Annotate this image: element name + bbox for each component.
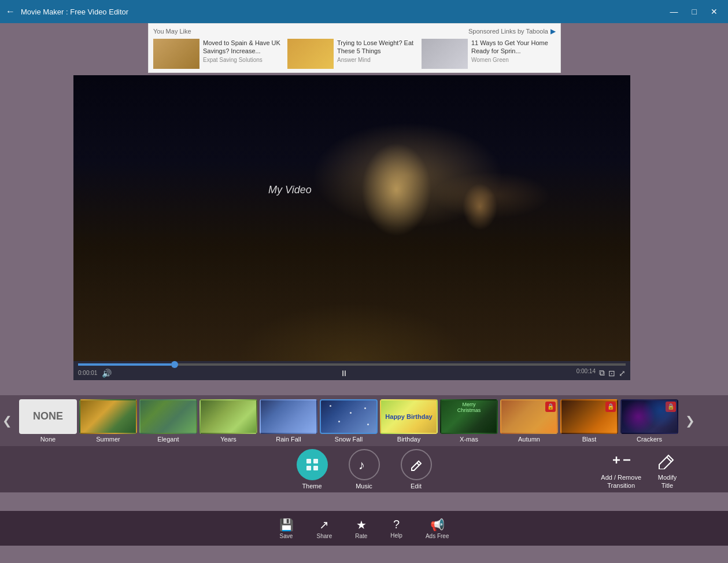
- video-controls: 0:00:01 🔊 ⏸ 0:00:14 ⧉ ⊡ ⤢: [73, 361, 630, 380]
- ad-source-1: Answer Mind: [337, 57, 419, 63]
- progress-fill: [78, 363, 171, 366]
- control-bottom: 0:00:01 🔊 ⏸ 0:00:14 ⧉ ⊡ ⤢: [78, 368, 626, 378]
- theme-label-elegant: Elegant: [157, 436, 179, 443]
- ad-item-2[interactable]: 11 Ways to Get Your Home Ready for Sprin…: [422, 39, 553, 69]
- theme-elegant[interactable]: Elegant: [139, 399, 197, 443]
- share-button[interactable]: ↗ Share: [317, 518, 332, 539]
- lock-badge-autumn: 🔒: [545, 402, 556, 412]
- ad-source-0: Expat Saving Solutions: [203, 57, 285, 63]
- back-button[interactable]: ←: [6, 6, 15, 17]
- ad-title-1: Trying to Lose Weight? Eat These 5 Thing…: [337, 39, 419, 56]
- pencil-icon: [655, 451, 680, 469]
- progress-bar[interactable]: [78, 363, 626, 366]
- svg-line-5: [417, 463, 419, 465]
- theme-autumn[interactable]: 🔒 Autumn: [500, 399, 558, 443]
- fit-button[interactable]: ⊡: [608, 368, 615, 378]
- theme-rainfall[interactable]: Rain Fall: [260, 399, 317, 443]
- ad-heading: You May Like: [153, 28, 191, 35]
- add-remove-icon: [607, 449, 635, 471]
- save-button[interactable]: 💾 Save: [279, 518, 294, 539]
- theme-label-summer: Summer: [96, 436, 120, 443]
- theme-label-birthday: Birthday: [397, 436, 420, 443]
- theme-scroll-right[interactable]: ❯: [683, 414, 697, 428]
- edit-tool-label: Edit: [411, 483, 422, 490]
- modify-title-button[interactable]: ModifyTitle: [653, 449, 682, 490]
- theme-none[interactable]: NONE None: [19, 399, 77, 443]
- theme-years[interactable]: Years: [199, 399, 257, 443]
- ad-item-0[interactable]: Moved to Spain & Have UK Savings? Increa…: [153, 39, 285, 69]
- theme-xmas[interactable]: Merry Christmas X-mas: [440, 399, 498, 443]
- util-buttons: Add / RemoveTransition ModifyTitle: [601, 449, 682, 490]
- titlebar: ← Movie Maker : Free Video Editor — □ ✕: [0, 0, 728, 23]
- edit-icon: [408, 457, 424, 473]
- ad-title-2: 11 Ways to Get Your Home Ready for Sprin…: [471, 39, 553, 56]
- ad-title-0: Moved to Spain & Have UK Savings? Increa…: [203, 39, 285, 56]
- time-current: 0:00:01: [78, 370, 97, 376]
- close-button[interactable]: ✕: [706, 5, 722, 19]
- ads-free-label: Ads Free: [426, 533, 449, 539]
- ad-sponsored: Sponsored Links by Taboola ▶: [468, 27, 556, 35]
- theme-summer[interactable]: Summer: [79, 399, 137, 443]
- theme-label-none: None: [40, 436, 56, 443]
- theme-tool-button[interactable]: Theme: [290, 446, 335, 493]
- svg-rect-1: [313, 459, 318, 463]
- modify-title-label: ModifyTitle: [658, 473, 677, 490]
- theme-thumb-summer: [79, 399, 137, 434]
- save-label: Save: [280, 533, 293, 539]
- help-icon: ?: [393, 518, 400, 531]
- theme-crackers[interactable]: 🔒 Crackers: [620, 399, 678, 443]
- add-remove-transition-button[interactable]: Add / RemoveTransition: [601, 449, 641, 490]
- add-remove-label: Add / RemoveTransition: [601, 473, 641, 490]
- ad-header: You May Like Sponsored Links by Taboola …: [153, 27, 556, 35]
- minimize-button[interactable]: —: [666, 5, 683, 19]
- theme-thumb-xmas: Merry Christmas: [440, 399, 498, 434]
- theme-thumb-autumn: 🔒: [500, 399, 558, 434]
- rate-button[interactable]: ★ Rate: [355, 518, 367, 539]
- theme-label-years: Years: [220, 436, 236, 443]
- theme-snowfall[interactable]: Snow Fall: [320, 399, 378, 443]
- theme-label-snowfall: Snow Fall: [335, 436, 363, 443]
- video-title-overlay: My Video: [268, 184, 312, 196]
- app-title: Movie Maker : Free Video Editor: [21, 8, 128, 16]
- progress-thumb[interactable]: [171, 361, 178, 368]
- ad-items: Moved to Spain & Have UK Savings? Increa…: [153, 39, 556, 69]
- svg-rect-0: [306, 459, 311, 463]
- theme-thumb-years: [199, 399, 257, 434]
- snow-particle: [350, 412, 352, 414]
- theme-thumb-crackers: 🔒: [620, 399, 678, 434]
- svg-rect-2: [306, 466, 311, 470]
- snow-particle: [338, 421, 340, 422]
- music-tool-label: Music: [356, 483, 372, 490]
- help-button[interactable]: ? Help: [390, 518, 402, 539]
- edit-tool-icon: [401, 449, 432, 480]
- edit-tool-button[interactable]: Edit: [394, 446, 439, 493]
- volume-button[interactable]: 🔊: [102, 369, 112, 378]
- theme-scroll-left[interactable]: ❮: [0, 414, 14, 428]
- music-icon: ♪: [356, 457, 372, 473]
- theme-tool-icon: [297, 449, 328, 480]
- plus-minus-icon: [608, 451, 634, 469]
- ad-source-2: Women Green: [471, 57, 553, 63]
- help-label: Help: [390, 532, 402, 539]
- time-total: 0:00:14: [577, 368, 596, 378]
- share-icon: ↗: [319, 518, 329, 532]
- modify-title-icon: [653, 449, 682, 471]
- video-screen: My Video: [73, 75, 630, 361]
- theme-thumb-snowfall: [320, 399, 378, 434]
- bottom-toolbar: Theme ♪ Music Edit: [0, 446, 728, 492]
- theme-thumb-none: NONE: [19, 399, 77, 434]
- music-tool-button[interactable]: ♪ Music: [342, 446, 387, 493]
- video-frame: My Video: [73, 75, 630, 361]
- pip-button[interactable]: ⧉: [599, 368, 605, 378]
- theme-birthday[interactable]: Happy Birthday Birthday: [380, 399, 438, 443]
- theme-icon: [304, 457, 320, 473]
- pause-button[interactable]: ⏸: [340, 369, 348, 378]
- theme-label-crackers: Crackers: [637, 436, 662, 443]
- rate-label: Rate: [355, 533, 367, 539]
- theme-blast[interactable]: 🔒 Blast: [560, 399, 618, 443]
- maximize-button[interactable]: □: [688, 5, 701, 19]
- ads-free-button[interactable]: 📢 Ads Free: [426, 518, 449, 539]
- ad-item-1[interactable]: Trying to Lose Weight? Eat These 5 Thing…: [287, 39, 419, 69]
- save-icon: 💾: [279, 518, 294, 532]
- fullscreen-button[interactable]: ⤢: [619, 368, 626, 378]
